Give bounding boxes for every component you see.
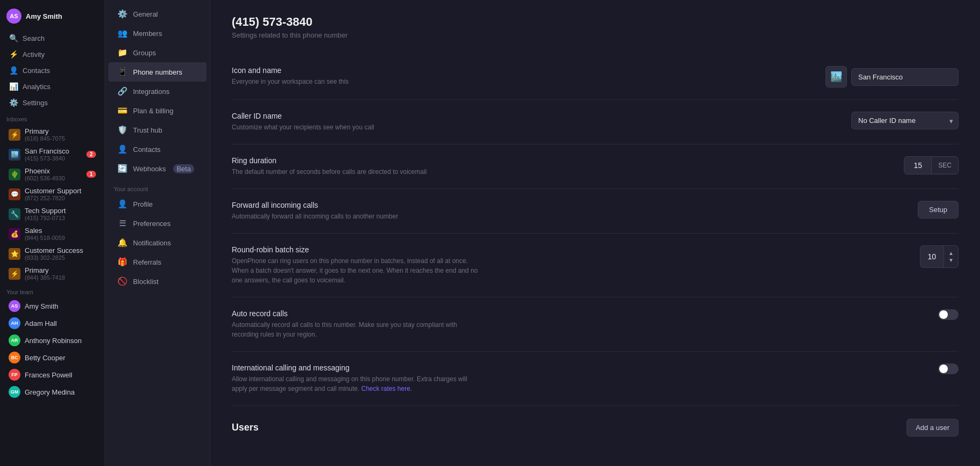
- profile-icon: 👤: [117, 199, 128, 209]
- middle-nav-blocklist[interactable]: 🚫 Blocklist: [108, 272, 207, 291]
- analytics-icon: 📊: [9, 82, 18, 91]
- contacts-icon: 👤: [117, 144, 128, 154]
- inbox-customer-success[interactable]: ⭐ Customer Success (833) 302-2825: [2, 244, 102, 264]
- middle-nav-members[interactable]: 👥 Members: [108, 24, 207, 43]
- inbox-phoenix-icon: 🌵: [9, 169, 20, 180]
- page-subtitle: Settings related to this phone number: [232, 31, 959, 39]
- caller-id-select[interactable]: No Caller ID name Amy Smith San Francisc…: [851, 112, 959, 129]
- team-amy[interactable]: AS Amy Smith: [2, 297, 102, 315]
- forward-calls-desc: Automatically forward all incoming calls…: [232, 212, 478, 221]
- team-frances[interactable]: FP Frances Powell: [2, 366, 102, 383]
- users-section: Users Add a user: [232, 406, 959, 436]
- team-frances-avatar: FP: [9, 369, 20, 381]
- left-sidebar: AS Amy Smith 🔍 Search ⚡ Activity 👤 Conta…: [0, 0, 105, 466]
- contacts-icon: 👤: [9, 66, 18, 75]
- webhooks-beta-badge: Beta: [173, 164, 194, 173]
- round-robin-input-group: 10 ▲ ▼: [920, 245, 959, 268]
- team-adam[interactable]: AH Adam Hall: [2, 315, 102, 332]
- icon-name-info: Icon and name Everyone in your workspace…: [232, 66, 804, 86]
- user-name: Amy Smith: [26, 12, 62, 20]
- nav-item-search[interactable]: 🔍 Search: [2, 30, 102, 46]
- inbox-phoenix-info: Phoenix (602) 536-4930: [25, 167, 82, 181]
- middle-nav-groups[interactable]: 📁 Groups: [108, 43, 207, 62]
- phone-name-input[interactable]: [851, 68, 959, 86]
- round-robin-section: Round-robin batch size OpenPhone can rin…: [232, 234, 959, 297]
- ring-duration-input[interactable]: [904, 157, 931, 174]
- inbox-sf-icon: 🏙️: [9, 149, 20, 161]
- setup-button[interactable]: Setup: [918, 201, 959, 219]
- nav-item-contacts[interactable]: 👤 Contacts: [2, 62, 102, 78]
- auto-record-title: Auto record calls: [232, 309, 917, 318]
- inbox-tech-support[interactable]: 🔧 Tech Support (415) 792-0713: [2, 204, 102, 224]
- international-toggle[interactable]: [938, 363, 959, 374]
- check-rates-link[interactable]: Check rates here.: [361, 385, 412, 392]
- round-robin-arrows[interactable]: ▲ ▼: [944, 246, 958, 267]
- auto-record-toggle[interactable]: [938, 309, 959, 320]
- team-betty[interactable]: BC Betty Cooper: [2, 349, 102, 366]
- inbox-primary2[interactable]: ⚡ Primary (844) 385-7418: [2, 264, 102, 283]
- forward-calls-control: Setup: [918, 201, 959, 219]
- team-betty-avatar: BC: [9, 352, 20, 363]
- middle-nav-plan-billing[interactable]: 💳 Plan & billing: [108, 101, 207, 120]
- inbox-phoenix[interactable]: 🌵 Phoenix (602) 536-4930 1: [2, 164, 102, 184]
- caller-id-title: Caller ID name: [232, 112, 830, 120]
- phone-numbers-icon: 📱: [117, 67, 128, 77]
- international-desc: Allow international calling and messagin…: [232, 374, 478, 394]
- add-user-button[interactable]: Add a user: [907, 419, 959, 436]
- inbox-primary[interactable]: ⚡ Primary (618) 845-7075: [2, 125, 102, 144]
- middle-sidebar: ⚙️ General 👥 Members 📁 Groups 📱 Phone nu…: [105, 0, 210, 466]
- integrations-icon: 🔗: [117, 86, 128, 96]
- nav-item-activity[interactable]: ⚡ Activity: [2, 46, 102, 62]
- inbox-cs-icon: 💬: [9, 188, 20, 200]
- middle-nav-general[interactable]: ⚙️ General: [108, 4, 207, 24]
- round-robin-info: Round-robin batch size OpenPhone can rin…: [232, 245, 898, 285]
- middle-nav-preferences[interactable]: ☰ Preferences: [108, 214, 207, 233]
- inbox-csuccess-icon: ⭐: [9, 248, 20, 260]
- round-robin-control: 10 ▲ ▼: [920, 245, 959, 268]
- inbox-ts-info: Tech Support (415) 792-0713: [25, 207, 96, 221]
- nav-item-settings[interactable]: ⚙️ Settings: [2, 94, 102, 111]
- nav-item-analytics[interactable]: 📊 Analytics: [2, 78, 102, 94]
- account-label: Your account: [105, 178, 210, 194]
- inbox-sf-info: San Francisco (415) 573-3840: [25, 147, 82, 162]
- inboxes-label: Inboxes: [0, 111, 105, 125]
- team-anthony[interactable]: AR Anthony Robinson: [2, 332, 102, 349]
- international-title: International calling and messaging: [232, 363, 917, 372]
- middle-nav-notifications[interactable]: 🔔 Notifications: [108, 233, 207, 252]
- activity-icon: ⚡: [9, 50, 18, 59]
- inbox-san-francisco[interactable]: 🏙️ San Francisco (415) 573-3840 2: [2, 144, 102, 164]
- middle-nav-trust-hub[interactable]: 🛡️ Trust hub: [108, 120, 207, 140]
- international-info: International calling and messaging Allo…: [232, 363, 917, 394]
- round-robin-value: 10: [920, 248, 944, 265]
- international-control: [938, 363, 959, 374]
- inbox-phoenix-badge: 1: [86, 171, 96, 178]
- auto-record-info: Auto record calls Automatically record a…: [232, 309, 917, 339]
- caller-id-control: No Caller ID name Amy Smith San Francisc…: [851, 112, 959, 129]
- ring-unit-label: SEC: [931, 157, 958, 173]
- caller-id-info: Caller ID name Customize what your recip…: [232, 112, 830, 132]
- trust-hub-icon: 🛡️: [117, 125, 128, 135]
- forward-calls-title: Forward all incoming calls: [232, 201, 896, 209]
- phone-icon-picker[interactable]: 🏙️: [826, 66, 847, 88]
- middle-nav-contacts[interactable]: 👤 Contacts: [108, 140, 207, 159]
- inbox-sales[interactable]: 💰 Sales (844) 518-0059: [2, 224, 102, 244]
- icon-name-control: 🏙️: [826, 66, 959, 88]
- icon-name-section: Icon and name Everyone in your workspace…: [232, 54, 959, 100]
- ring-duration-info: Ring duration The default number of seco…: [232, 156, 882, 177]
- caller-id-select-wrapper: No Caller ID name Amy Smith San Francisc…: [851, 112, 959, 129]
- middle-nav-referrals[interactable]: 🎁 Referrals: [108, 252, 207, 272]
- middle-nav-integrations[interactable]: 🔗 Integrations: [108, 82, 207, 101]
- team-gregory[interactable]: GM Gregory Medina: [2, 383, 102, 401]
- middle-nav-profile[interactable]: 👤 Profile: [108, 194, 207, 214]
- webhooks-icon: 🔄: [117, 164, 128, 173]
- general-icon: ⚙️: [117, 9, 128, 19]
- round-robin-desc: OpenPhone can ring users on this phone n…: [232, 256, 478, 285]
- user-header[interactable]: AS Amy Smith: [0, 4, 105, 30]
- ring-duration-title: Ring duration: [232, 156, 882, 165]
- settings-icon: ⚙️: [9, 98, 18, 107]
- middle-nav-webhooks[interactable]: 🔄 Webhooks Beta: [108, 159, 207, 178]
- auto-record-control: [938, 309, 959, 320]
- middle-nav-phone-numbers[interactable]: 📱 Phone numbers: [108, 62, 207, 82]
- notifications-icon: 🔔: [117, 238, 128, 247]
- inbox-customer-support[interactable]: 💬 Customer Support (872) 252-7820: [2, 184, 102, 204]
